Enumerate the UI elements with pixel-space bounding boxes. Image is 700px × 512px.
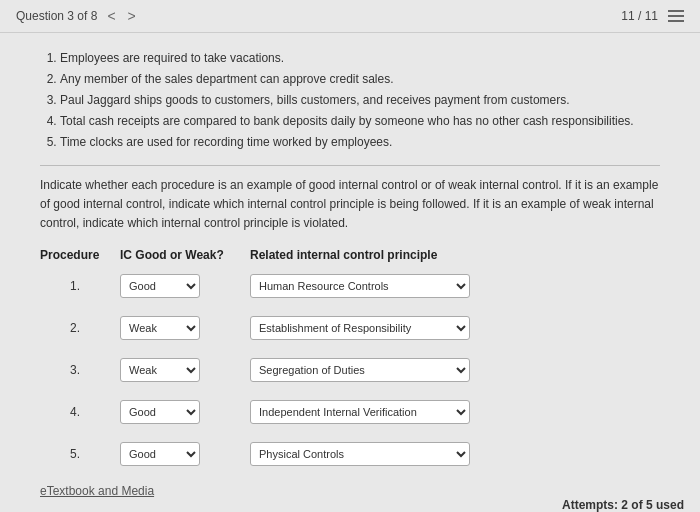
ic-select-1[interactable]: Good Weak (120, 274, 200, 298)
next-button[interactable]: > (126, 8, 138, 24)
principle-select-wrap-2: Human Resource Controls Establishment of… (250, 316, 510, 340)
attempts-text: Attempts: 2 of 5 used (562, 498, 684, 512)
table-row: 2. Good Weak Human Resource Controls Est… (40, 312, 660, 344)
prev-button[interactable]: < (105, 8, 117, 24)
ic-select-wrap-5: Good Weak (120, 442, 250, 466)
principle-select-wrap-4: Human Resource Controls Establishment of… (250, 400, 510, 424)
principle-select-wrap-3: Human Resource Controls Establishment of… (250, 358, 510, 382)
table-row: 3. Good Weak Human Resource Controls Est… (40, 354, 660, 386)
procedure-3: Paul Jaggard ships goods to customers, b… (60, 91, 660, 109)
principle-select-5[interactable]: Human Resource Controls Establishment of… (250, 442, 470, 466)
etextbook-link[interactable]: eTextbook and Media (40, 484, 154, 498)
procedure-1: Employees are required to take vacations… (60, 49, 660, 67)
principle-select-wrap-1: Human Resource Controls Establishment of… (250, 274, 510, 298)
ic-select-wrap-3: Good Weak (120, 358, 250, 382)
principle-select-wrap-5: Human Resource Controls Establishment of… (250, 442, 510, 466)
top-right: 11 / 11 (621, 9, 684, 23)
col-procedure-head: Procedure (40, 248, 120, 262)
ic-select-wrap-2: Good Weak (120, 316, 250, 340)
principle-select-4[interactable]: Human Resource Controls Establishment of… (250, 400, 470, 424)
bottom-link: eTextbook and Media (40, 484, 660, 498)
divider (40, 165, 660, 166)
procedure-5: Time clocks are used for recording time … (60, 133, 660, 151)
ic-select-wrap-4: Good Weak (120, 400, 250, 424)
procedures-list: Employees are required to take vacations… (40, 49, 660, 151)
proc-num-1: 1. (40, 279, 120, 293)
ic-select-5[interactable]: Good Weak (120, 442, 200, 466)
principle-select-2[interactable]: Human Resource Controls Establishment of… (250, 316, 470, 340)
table-row: 4. Good Weak Human Resource Controls Est… (40, 396, 660, 428)
table-row: 5. Good Weak Human Resource Controls Est… (40, 438, 660, 470)
progress-label: 11 / 11 (621, 9, 658, 23)
top-left: Question 3 of 8 < > (16, 8, 138, 24)
procedure-4: Total cash receipts are compared to bank… (60, 112, 660, 130)
principle-select-1[interactable]: Human Resource Controls Establishment of… (250, 274, 470, 298)
page: Question 3 of 8 < > 11 / 11 Employees ar… (0, 0, 700, 512)
col-principle-head: Related internal control principle (250, 248, 510, 262)
ic-select-3[interactable]: Good Weak (120, 358, 200, 382)
question-label: Question 3 of 8 (16, 9, 97, 23)
attempts-bar: Attempts: 2 of 5 used (562, 498, 684, 512)
top-bar: Question 3 of 8 < > 11 / 11 (0, 0, 700, 33)
ic-select-wrap-1: Good Weak (120, 274, 250, 298)
ic-select-4[interactable]: Good Weak (120, 400, 200, 424)
ic-select-2[interactable]: Good Weak (120, 316, 200, 340)
principle-select-3[interactable]: Human Resource Controls Establishment of… (250, 358, 470, 382)
proc-num-4: 4. (40, 405, 120, 419)
col-ic-head: IC Good or Weak? (120, 248, 250, 262)
proc-num-5: 5. (40, 447, 120, 461)
proc-num-2: 2. (40, 321, 120, 335)
table-row: 1. Good Weak Human Resource Controls Est… (40, 270, 660, 302)
procedure-2: Any member of the sales department can a… (60, 70, 660, 88)
instruction-text: Indicate whether each procedure is an ex… (40, 176, 660, 234)
table-header: Procedure IC Good or Weak? Related inter… (40, 248, 660, 266)
menu-icon[interactable] (668, 10, 684, 22)
content: Employees are required to take vacations… (0, 33, 700, 512)
proc-num-3: 3. (40, 363, 120, 377)
